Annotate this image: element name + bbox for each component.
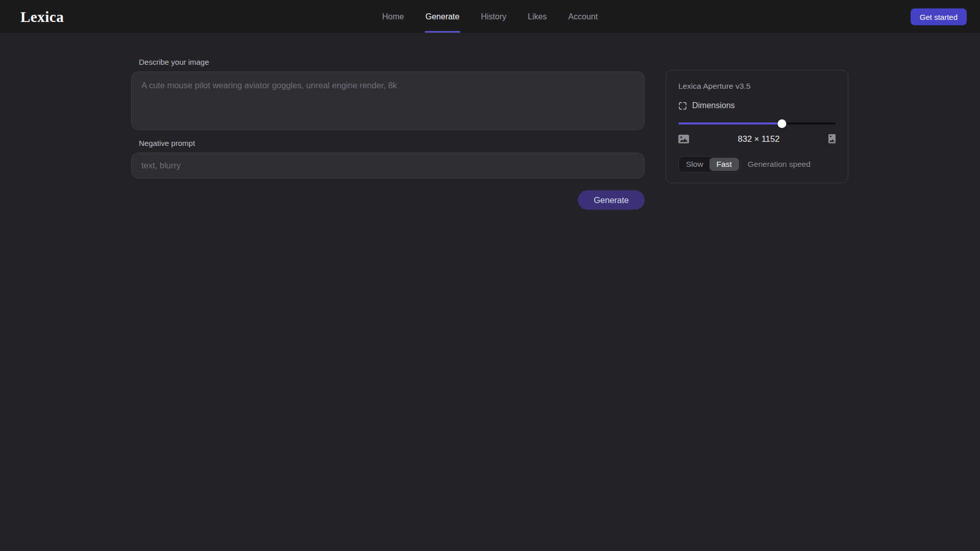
nav-item-generate[interactable]: Generate — [425, 0, 461, 33]
prompt-input[interactable] — [131, 71, 645, 130]
generate-button[interactable]: Generate — [578, 190, 645, 210]
nav-item-label: Likes — [528, 12, 547, 21]
nav-item-account[interactable]: Account — [567, 0, 599, 33]
speed-toggle: Slow Fast — [678, 156, 741, 172]
negative-prompt-label: Negative prompt — [139, 138, 645, 148]
slider-thumb[interactable] — [778, 119, 787, 128]
dimensions-label: Dimensions — [692, 101, 735, 110]
nav-item-history[interactable]: History — [480, 0, 507, 33]
speed-option-slow[interactable]: Slow — [680, 158, 709, 171]
portrait-image-icon — [828, 134, 836, 143]
nav-item-likes[interactable]: Likes — [527, 0, 548, 33]
dimensions-value-row: 832 × 1152 — [678, 133, 836, 144]
get-started-button[interactable]: Get started — [911, 8, 967, 25]
negative-prompt-input[interactable] — [131, 153, 645, 179]
nav-item-label: Generate — [426, 12, 460, 21]
prompt-form: Describe your image Negative prompt Gene… — [131, 57, 645, 210]
brand-logo[interactable]: Lexica — [20, 8, 64, 25]
landscape-image-icon — [678, 135, 689, 143]
generation-speed-label: Generation speed — [748, 160, 811, 169]
dimensions-value: 832 × 1152 — [689, 134, 828, 144]
generate-page: Describe your image Negative prompt Gene… — [0, 34, 980, 210]
nav-item-home[interactable]: Home — [381, 0, 405, 33]
nav-item-label: Home — [382, 12, 404, 21]
dimensions-row: Dimensions — [678, 101, 836, 111]
nav-item-label: Account — [568, 12, 598, 21]
dimensions-slider-fill — [678, 122, 782, 124]
top-nav-bar: Lexica Home Generate History Likes Accou… — [0, 0, 980, 34]
model-name: Lexica Aperture v3.5 — [678, 81, 836, 91]
dimensions-slider[interactable] — [678, 119, 836, 128]
main-nav: Home Generate History Likes Account — [381, 0, 599, 33]
prompt-label: Describe your image — [139, 57, 645, 67]
speed-option-fast[interactable]: Fast — [709, 158, 739, 171]
model-settings-panel: Lexica Aperture v3.5 Dimensions 832 × 11… — [666, 70, 848, 183]
generation-speed-row: Slow Fast Generation speed — [678, 156, 836, 172]
expand-icon — [678, 102, 687, 110]
nav-item-label: History — [481, 12, 506, 21]
actions-row: Generate — [131, 190, 645, 210]
